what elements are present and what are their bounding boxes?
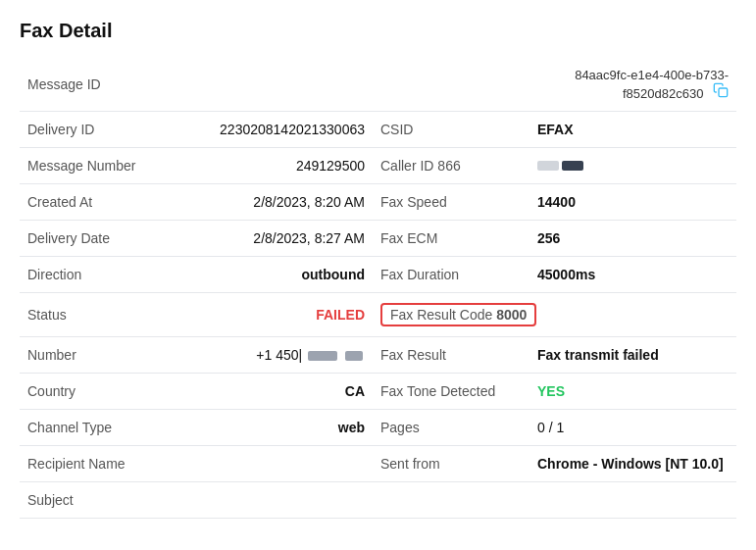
- table-row: Message ID 84aac9fc-e1e4-400e-b733-f8520…: [20, 58, 736, 112]
- page-title: Fax Detail: [20, 20, 736, 42]
- fax-ecm-value: 256: [529, 221, 736, 257]
- message-id-value: [157, 58, 529, 112]
- fax-result-value: Fax transmit failed: [529, 337, 736, 374]
- fax-duration-label: Fax Duration: [373, 257, 529, 293]
- country-value: CA: [157, 374, 373, 410]
- status-value: FAILED: [157, 293, 373, 337]
- table-row: Direction outbound Fax Duration 45000ms: [20, 257, 736, 293]
- table-row: Created At 2/8/2023, 8:20 AM Fax Speed 1…: [20, 184, 736, 221]
- fax-result-code-box: Fax Result Code 8000: [380, 303, 536, 326]
- channel-type-label: Channel Type: [20, 410, 157, 446]
- table-row: Subject: [20, 482, 736, 519]
- csid-label: CSID: [373, 112, 529, 148]
- fax-tone-value: YES: [529, 374, 736, 410]
- fax-tone-label: Fax Tone Detected: [373, 374, 529, 410]
- caller-dot-2: [562, 161, 583, 171]
- number-value: +1 450|: [157, 337, 373, 374]
- created-at-value: 2/8/2023, 8:20 AM: [157, 184, 373, 221]
- caller-id-visual: [529, 148, 736, 184]
- pages-value: 0 / 1: [529, 410, 736, 446]
- table-row: Message Number 249129500 Caller ID 866: [20, 148, 736, 184]
- recipient-name-value: [157, 446, 373, 482]
- country-label: Country: [20, 374, 157, 410]
- caller-id-label: Caller ID 866: [373, 148, 529, 184]
- delivery-id-value: 2230208142021330063: [157, 112, 373, 148]
- recipient-name-label: Recipient Name: [20, 446, 157, 482]
- subject-label: Subject: [20, 482, 157, 519]
- number-label: Number: [20, 337, 157, 374]
- sent-from-label: Sent from: [373, 446, 529, 482]
- fax-speed-value: 14400: [529, 184, 736, 221]
- subject-right-value: [529, 482, 736, 519]
- created-at-label: Created At: [20, 184, 157, 221]
- copy-icon[interactable]: [713, 82, 729, 98]
- direction-label: Direction: [20, 257, 157, 293]
- fax-result-code-label: Fax Result Code 8000: [373, 293, 736, 337]
- caller-dot-1: [537, 161, 559, 171]
- status-label: Status: [20, 293, 157, 337]
- pages-label: Pages: [373, 410, 529, 446]
- delivery-date-value: 2/8/2023, 8:27 AM: [157, 221, 373, 257]
- message-number-value: 249129500: [157, 148, 373, 184]
- sent-from-value: Chrome - Windows [NT 10.0]: [529, 446, 736, 482]
- fax-speed-label: Fax Speed: [373, 184, 529, 221]
- delivery-date-label: Delivery Date: [20, 221, 157, 257]
- message-id-full: 84aac9fc-e1e4-400e-b733-f8520d82c630: [529, 58, 736, 112]
- table-row: Channel Type web Pages 0 / 1: [20, 410, 736, 446]
- channel-type-value: web: [157, 410, 373, 446]
- table-row: Country CA Fax Tone Detected YES: [20, 374, 736, 410]
- fax-result-code-value: 8000: [496, 307, 527, 323]
- message-number-label: Message Number: [20, 148, 157, 184]
- direction-value: outbound: [157, 257, 373, 293]
- table-row: Recipient Name Sent from Chrome - Window…: [20, 446, 736, 482]
- subject-value: [157, 482, 373, 519]
- fax-result-label: Fax Result: [373, 337, 529, 374]
- svg-rect-0: [719, 88, 728, 97]
- table-row: Delivery ID 2230208142021330063 CSID EFA…: [20, 112, 736, 148]
- table-row: Number +1 450| Fax Result Fax transmit f…: [20, 337, 736, 374]
- delivery-id-label: Delivery ID: [20, 112, 157, 148]
- fax-ecm-label: Fax ECM: [373, 221, 529, 257]
- subject-right-label: [373, 482, 529, 519]
- masked-segment-1: [308, 351, 337, 361]
- table-row: Status FAILED Fax Result Code 8000: [20, 293, 736, 337]
- message-id-label: Message ID: [20, 58, 157, 112]
- detail-table: Message ID 84aac9fc-e1e4-400e-b733-f8520…: [20, 58, 736, 519]
- csid-value: EFAX: [529, 112, 736, 148]
- table-row: Delivery Date 2/8/2023, 8:27 AM Fax ECM …: [20, 221, 736, 257]
- fax-duration-value: 45000ms: [529, 257, 736, 293]
- masked-segment-2: [345, 351, 363, 361]
